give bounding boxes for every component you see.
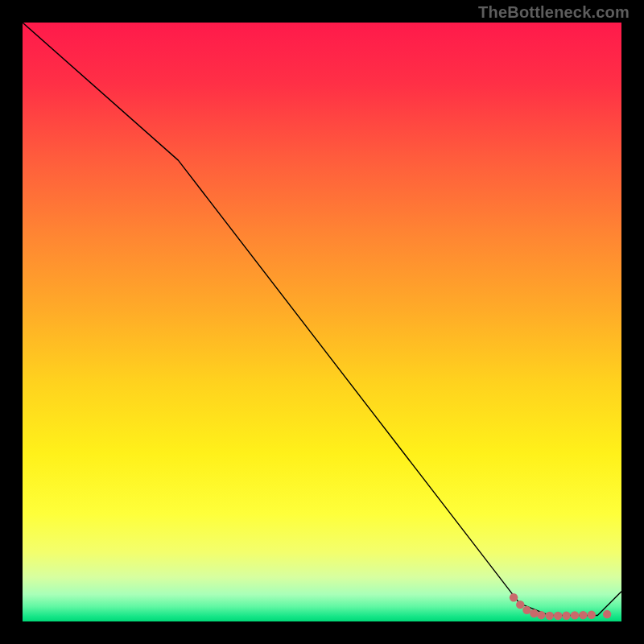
floor-dot	[522, 606, 530, 614]
floor-dot	[562, 612, 570, 620]
floor-dot	[554, 612, 562, 620]
plot-area	[23, 23, 621, 621]
watermark-text: TheBottleneck.com	[478, 3, 630, 22]
floor-dot	[603, 610, 611, 618]
gradient-background	[23, 23, 621, 621]
floor-dot	[530, 609, 538, 617]
floor-dot	[510, 593, 518, 601]
floor-dot	[537, 611, 545, 619]
floor-dot	[516, 601, 524, 609]
floor-dot	[571, 611, 579, 619]
floor-dot	[588, 611, 596, 619]
floor-dot	[579, 611, 587, 619]
floor-dot	[546, 612, 554, 620]
chart-stage: TheBottleneck.com	[0, 0, 644, 644]
chart-svg	[23, 23, 621, 621]
